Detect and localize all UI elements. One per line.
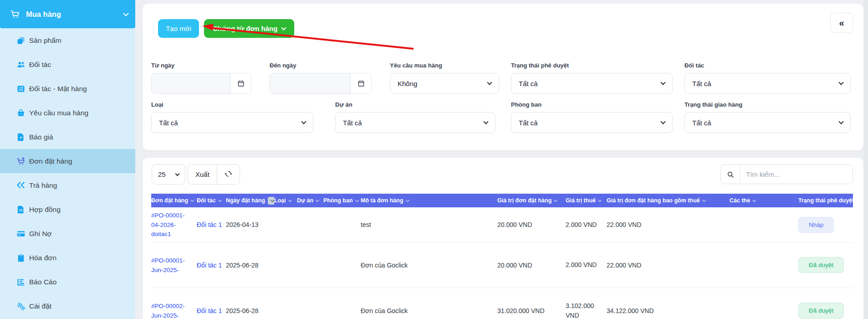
column-header-tr-ng-th-i-ph-duy-t[interactable]: Trạng thái phê duyệt bbox=[798, 197, 853, 204]
filter-select[interactable]: Tất cả bbox=[684, 112, 851, 133]
sort-chevron-icon bbox=[405, 198, 409, 201]
column-header-ng-y-t-h-ng[interactable]: Ngày đặt hàng bbox=[226, 197, 274, 205]
column-header--n-t-h-ng[interactable]: Đơn đặt hàng bbox=[151, 197, 197, 204]
partner-cell: Đối tác 1 bbox=[197, 221, 226, 228]
report-chart-icon bbox=[16, 278, 26, 287]
order-number-link[interactable]: #PO-00001-04-2026-doitac1 bbox=[151, 212, 185, 237]
refresh-button[interactable] bbox=[217, 165, 240, 184]
basket-icon bbox=[16, 108, 26, 118]
purchasing-app: Mua hàng Sản phẩmĐối tácĐối tác - Mặt hà… bbox=[0, 0, 868, 319]
filter-label: Loại bbox=[151, 101, 313, 108]
calendar-icon[interactable] bbox=[230, 73, 251, 93]
column-header-gi-tr-n-t-h-ng[interactable]: Giá trị đơn đặt hàng bbox=[497, 197, 566, 204]
order-row: #PO-00001-04-2026-doitac1Đối tác 12026-0… bbox=[151, 207, 853, 242]
return-arrows-icon bbox=[16, 181, 26, 190]
sidebar-item-h-a-n[interactable]: Hóa đơn bbox=[0, 246, 135, 270]
total-with-tax-cell: 22.000 VND bbox=[607, 262, 730, 269]
filters-card: Tạo mới Chứng từ đơn hàng « Từ ngàyĐến n… bbox=[143, 4, 863, 150]
order-number-link[interactable]: #PO-00001-Jun-2025- bbox=[151, 257, 185, 273]
collapse-sidebar-button[interactable]: « bbox=[830, 13, 853, 33]
sidebar-item--i-t-c-m-t-h-ng[interactable]: Đối tác - Mặt hàng bbox=[0, 77, 135, 101]
date-input-group bbox=[270, 73, 372, 94]
column-label: Đơn đặt hàng bbox=[151, 197, 188, 204]
sidebar-item-h-p-ng[interactable]: Hợp đồng bbox=[0, 197, 135, 221]
filter-select[interactable]: Tất cả bbox=[151, 112, 313, 133]
filter-d-n: Dự ánTất cả bbox=[335, 101, 495, 133]
cart-icon bbox=[10, 9, 20, 19]
column-header-d-n[interactable]: Dự án bbox=[297, 197, 323, 204]
chevron-down-icon bbox=[660, 80, 665, 85]
table-body: #PO-00001-04-2026-doitac1Đối tác 12026-0… bbox=[151, 207, 853, 319]
order-row: #PO-00001-Jun-2025-Đối tác 12025-06-28Đơ… bbox=[151, 242, 853, 288]
partner-link[interactable]: Đối tác 1 bbox=[197, 262, 222, 269]
order-documents-dropdown-button[interactable]: Chứng từ đơn hàng bbox=[204, 19, 294, 38]
create-button[interactable]: Tạo mới bbox=[158, 19, 199, 38]
column-label: Trạng thái phê duyệt bbox=[798, 197, 853, 204]
column-label: Các thẻ bbox=[730, 197, 750, 204]
table-header-row: Đơn đặt hàngĐối tácNgày đặt hàngLoạiDự á… bbox=[151, 194, 853, 207]
partner-cell: Đối tác 1 bbox=[197, 307, 226, 314]
column-header-ph-ng-ban[interactable]: Phòng ban bbox=[323, 197, 361, 204]
search-group bbox=[720, 165, 853, 184]
column-header-lo-i[interactable]: Loại bbox=[274, 197, 297, 204]
sidebar-header-label: Mua hàng bbox=[26, 10, 124, 19]
sidebar-item--n-t-h-ng[interactable]: Đơn đặt hàng bbox=[0, 149, 135, 173]
date-input[interactable] bbox=[152, 73, 230, 93]
list-card-icon bbox=[16, 84, 26, 93]
order-number-link[interactable]: #PO-00002-Jun-2025- bbox=[151, 303, 185, 319]
approval-status-cell: Đã duyệt bbox=[798, 303, 853, 319]
chevron-down-icon bbox=[483, 119, 488, 124]
sidebar-item-tr-h-ng[interactable]: Trả hàng bbox=[0, 173, 135, 197]
column-label: Phòng ban bbox=[323, 197, 353, 204]
sidebar-item-b-o-c-o[interactable]: Báo Cáo bbox=[0, 270, 135, 294]
page-scrollbar-track[interactable] bbox=[863, 0, 868, 319]
orders-table-card: 25 Xuất Đơn đặt hàngĐối tácNgày đặt hàng… bbox=[143, 158, 863, 319]
export-button[interactable]: Xuất bbox=[188, 165, 217, 184]
filter-label: Phòng ban bbox=[511, 101, 673, 108]
filter-select[interactable]: Không bbox=[390, 73, 499, 94]
chevron-down-icon bbox=[175, 171, 180, 176]
sort-chevron-icon bbox=[598, 198, 602, 201]
sort-chevron-icon bbox=[554, 198, 557, 201]
chevron-down-icon bbox=[487, 80, 492, 85]
column-header-m-t-n-h-ng[interactable]: Mô tả đơn hàng bbox=[361, 197, 497, 204]
sidebar-item-label: Hóa đơn bbox=[29, 254, 56, 262]
sort-chevron-icon bbox=[288, 198, 291, 201]
sidebar-header-mua-hang[interactable]: Mua hàng bbox=[0, 0, 135, 28]
search-input[interactable] bbox=[740, 165, 853, 184]
column-header-gi-tr-thu-[interactable]: Giá trị thuế bbox=[566, 197, 607, 204]
sort-chevron-icon bbox=[702, 198, 705, 201]
order-number-cell: #PO-00001-Jun-2025- bbox=[151, 256, 197, 274]
orders-table: Đơn đặt hàngĐối tácNgày đặt hàngLoạiDự á… bbox=[151, 194, 853, 319]
sidebar-item-ghi-n-[interactable]: Ghi Nợ bbox=[0, 221, 135, 246]
column-header-gi-tr-n-t-h-ng-bao-g-m-thu-[interactable]: Giá trị đơn đặt hàng bao gồm thuế bbox=[607, 197, 730, 204]
filter-select[interactable]: Tất cả bbox=[511, 112, 673, 133]
partner-link[interactable]: Đối tác 1 bbox=[197, 221, 222, 228]
sidebar-item-s-n-ph-m[interactable]: Sản phẩm bbox=[0, 28, 135, 52]
filter-select[interactable]: Tất cả bbox=[335, 112, 495, 133]
order-value-cell: 20.000 VND bbox=[497, 221, 566, 228]
filter-label: Đối tác bbox=[684, 62, 851, 69]
filter-select[interactable]: Tất cả bbox=[684, 73, 851, 94]
sidebar-item-y-u-c-u-mua-h-ng[interactable]: Yêu cầu mua hàng bbox=[0, 101, 135, 125]
invoice-clipboard-icon bbox=[16, 253, 26, 262]
sidebar-item-b-o-gi-[interactable]: PBáo giá bbox=[0, 125, 135, 149]
chevron-down-icon bbox=[660, 119, 665, 124]
sidebar-item-label: Cài đặt bbox=[29, 302, 51, 310]
sidebar-item--i-t-c[interactable]: Đối tác bbox=[0, 52, 135, 77]
filter-select[interactable]: Tất cả bbox=[511, 73, 673, 94]
page-size-select[interactable]: 25 bbox=[152, 164, 185, 185]
svg-text:P: P bbox=[20, 135, 22, 139]
export-refresh-group: Xuất bbox=[188, 164, 240, 185]
sidebar-item-label: Yêu cầu mua hàng bbox=[29, 109, 88, 117]
sidebar-item-label: Đối tác - Mặt hàng bbox=[29, 85, 87, 93]
column-header--i-t-c[interactable]: Đối tác bbox=[197, 197, 226, 204]
calendar-icon[interactable] bbox=[350, 73, 371, 93]
filter-label: Dự án bbox=[335, 101, 495, 108]
date-input[interactable] bbox=[270, 73, 350, 93]
column-header-c-c-th-[interactable]: Các thẻ bbox=[730, 197, 798, 204]
total-with-tax-cell: 22.000 VND bbox=[607, 221, 730, 228]
partner-link[interactable]: Đối tác 1 bbox=[197, 307, 222, 314]
sidebar-item-c-i-t[interactable]: Cài đặt bbox=[0, 294, 135, 318]
order-documents-label: Chứng từ đơn hàng bbox=[213, 25, 277, 32]
